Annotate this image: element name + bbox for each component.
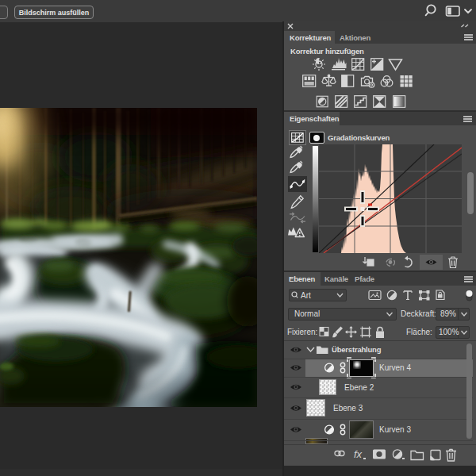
svg-text:fx: fx [354,448,363,460]
